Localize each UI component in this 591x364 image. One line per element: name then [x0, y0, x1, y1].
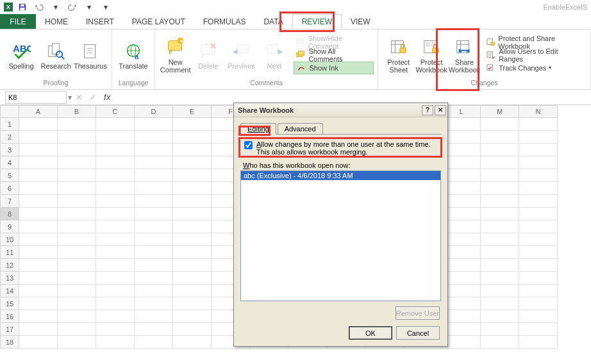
cell[interactable]: [135, 182, 173, 195]
cell[interactable]: [19, 297, 58, 310]
col-header[interactable]: M: [481, 105, 519, 118]
spelling-button[interactable]: ABC Spelling: [4, 40, 38, 70]
col-header[interactable]: B: [58, 105, 96, 118]
translate-button[interactable]: a Translate: [116, 40, 151, 70]
cell[interactable]: [96, 131, 135, 144]
cell[interactable]: [58, 169, 96, 182]
cell[interactable]: [135, 169, 173, 182]
cell[interactable]: [96, 208, 135, 220]
cell[interactable]: [173, 144, 212, 156]
dialog-close-button[interactable]: ✕: [435, 105, 446, 115]
cell[interactable]: [58, 297, 96, 310]
cell[interactable]: [96, 233, 135, 246]
cell[interactable]: [19, 118, 58, 131]
cell[interactable]: [96, 336, 135, 349]
cell[interactable]: [173, 246, 212, 259]
ok-button[interactable]: OK: [349, 326, 392, 340]
cell[interactable]: [96, 297, 135, 310]
cell[interactable]: [442, 310, 481, 323]
cell[interactable]: [519, 144, 558, 156]
cell[interactable]: [58, 208, 96, 220]
cell[interactable]: [19, 182, 58, 195]
cell[interactable]: [58, 220, 96, 233]
col-header[interactable]: L: [442, 105, 481, 118]
new-comment-button[interactable]: ✶ New Comment: [159, 37, 192, 74]
cell[interactable]: [96, 259, 135, 272]
cell[interactable]: [96, 182, 135, 195]
cell[interactable]: [481, 195, 519, 208]
cell[interactable]: [442, 156, 481, 169]
cell[interactable]: [96, 285, 135, 297]
tab-insert[interactable]: INSERT: [77, 14, 123, 29]
cell[interactable]: [135, 131, 173, 144]
cell[interactable]: [96, 246, 135, 259]
name-box[interactable]: [5, 91, 67, 104]
cell[interactable]: [135, 297, 173, 310]
tab-file[interactable]: FILE: [0, 14, 36, 29]
cell[interactable]: [58, 285, 96, 297]
cell[interactable]: [58, 131, 96, 144]
cell[interactable]: [19, 195, 58, 208]
tab-view[interactable]: VIEW: [342, 14, 379, 29]
cell[interactable]: [481, 118, 519, 131]
protect-sheet-button[interactable]: Protect Sheet: [382, 37, 415, 74]
cell[interactable]: [481, 259, 519, 272]
cell[interactable]: [135, 285, 173, 297]
cell[interactable]: [173, 118, 212, 131]
cell[interactable]: [173, 131, 212, 144]
cell[interactable]: [173, 233, 212, 246]
cell[interactable]: [58, 310, 96, 323]
cell[interactable]: [481, 336, 519, 349]
redo-button[interactable]: [65, 1, 79, 13]
allow-changes-checkbox[interactable]: [244, 141, 253, 149]
cell[interactable]: [173, 195, 212, 208]
share-workbook-button[interactable]: Share Workbook: [448, 37, 481, 74]
undo-dropdown[interactable]: ▾: [49, 1, 63, 13]
cell[interactable]: [19, 233, 58, 246]
cell[interactable]: [19, 336, 58, 349]
cell[interactable]: [519, 297, 558, 310]
cell[interactable]: [58, 144, 96, 156]
show-ink-button[interactable]: Show Ink: [294, 62, 374, 74]
row-header[interactable]: 15: [0, 297, 19, 310]
row-header[interactable]: 17: [0, 323, 19, 336]
row-header[interactable]: 1: [0, 118, 19, 131]
cell[interactable]: [519, 272, 558, 285]
cancel-button[interactable]: Cancel: [396, 326, 440, 340]
cell[interactable]: [135, 246, 173, 259]
row-header[interactable]: 8: [0, 208, 19, 220]
cell[interactable]: [481, 156, 519, 169]
cell[interactable]: [19, 144, 58, 156]
cell[interactable]: [442, 323, 481, 336]
cell[interactable]: [519, 285, 558, 297]
undo-button[interactable]: [32, 1, 46, 13]
cell[interactable]: [481, 246, 519, 259]
cell[interactable]: [19, 272, 58, 285]
cell[interactable]: [19, 208, 58, 220]
cell[interactable]: [173, 169, 212, 182]
row-header[interactable]: 5: [0, 169, 19, 182]
cell[interactable]: [135, 220, 173, 233]
dialog-titlebar[interactable]: Share Workbook ? ✕: [234, 103, 447, 117]
cell[interactable]: [96, 310, 135, 323]
cell[interactable]: [442, 131, 481, 144]
cell[interactable]: [173, 272, 212, 285]
cell[interactable]: [58, 323, 96, 336]
tab-data[interactable]: DATA: [254, 14, 292, 29]
cell[interactable]: [519, 336, 558, 349]
cell[interactable]: [519, 182, 558, 195]
cell[interactable]: [519, 195, 558, 208]
cell[interactable]: [173, 336, 212, 349]
cell[interactable]: [58, 272, 96, 285]
cell[interactable]: [519, 131, 558, 144]
cell[interactable]: [19, 323, 58, 336]
cell[interactable]: [135, 144, 173, 156]
cell[interactable]: [442, 118, 481, 131]
cell[interactable]: [173, 208, 212, 220]
cell[interactable]: [173, 323, 212, 336]
cell[interactable]: [58, 246, 96, 259]
cell[interactable]: [19, 285, 58, 297]
cell[interactable]: [481, 323, 519, 336]
cell[interactable]: [481, 285, 519, 297]
cell[interactable]: [135, 310, 173, 323]
